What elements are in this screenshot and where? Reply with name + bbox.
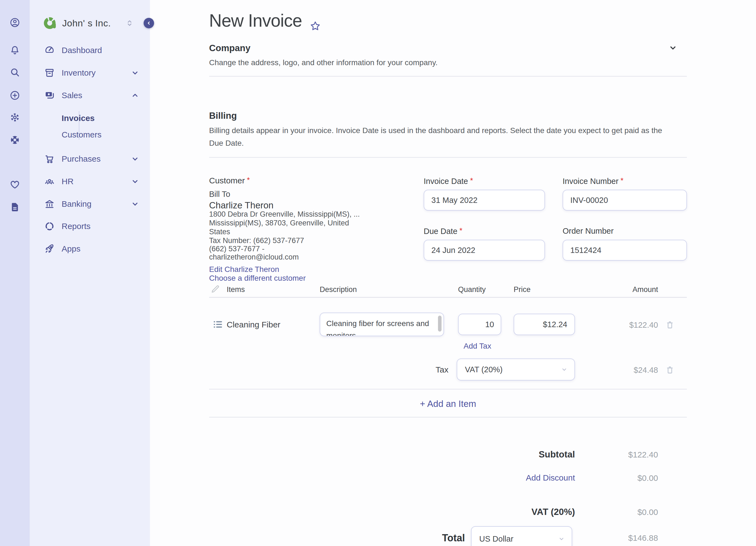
invoice-date-input[interactable] xyxy=(424,190,545,211)
edit-customer-link[interactable]: Edit Charlize Theron xyxy=(209,265,279,274)
sidebar-item-label: Dashboard xyxy=(62,46,102,55)
sidebar-item-label: Inventory xyxy=(62,68,95,78)
invoice-date-label: Invoice Date xyxy=(424,177,473,186)
add-tax-link[interactable]: Add Tax xyxy=(464,342,491,350)
sidebar-item-label: Apps xyxy=(62,244,80,254)
items-column-header: Items xyxy=(227,285,245,294)
bill-to-label: Bill To xyxy=(209,190,230,199)
divider xyxy=(209,389,687,389)
vat-label: VAT (20%) xyxy=(465,507,575,517)
sidebar-collapse-button[interactable] xyxy=(144,18,154,28)
vat-value: $0.00 xyxy=(603,507,658,517)
inventory-box-icon xyxy=(44,67,55,78)
company-section-chevron-icon[interactable] xyxy=(668,43,678,53)
customer-address-line: 1800 Debra Dr Greenville, Mississippi(MS… xyxy=(209,210,360,219)
item-amount: $122.40 xyxy=(603,320,658,330)
sidebar-subitem-customers[interactable]: Customers xyxy=(30,127,150,142)
sidebar-subitem-invoices[interactable]: Invoices xyxy=(30,111,150,126)
sidebar-item-label: Sales xyxy=(62,91,82,100)
page-title: New Invoice xyxy=(209,10,321,31)
due-date-input[interactable] xyxy=(424,240,545,261)
table-header-divider xyxy=(209,297,687,298)
add-new-plus-icon[interactable] xyxy=(8,89,21,102)
delete-item-trash-icon[interactable] xyxy=(665,319,675,330)
sidebar-item-apps[interactable]: Apps xyxy=(30,240,150,258)
support-lifering-icon[interactable] xyxy=(8,133,21,147)
item-price-input[interactable] xyxy=(514,314,575,335)
sidebar-item-label: Purchases xyxy=(62,154,101,164)
order-number-label: Order Number xyxy=(563,227,613,236)
company-logo-icon xyxy=(43,16,57,30)
switch-company-icon[interactable] xyxy=(125,19,134,28)
sidebar-item-purchases[interactable]: Purchases xyxy=(30,150,150,168)
sidebar-item-label: Banking xyxy=(62,199,91,209)
subtotal-label: Subtotal xyxy=(465,449,575,460)
sidebar-item-hr[interactable]: HR xyxy=(30,173,150,190)
apps-rocket-icon xyxy=(44,243,55,254)
company-name: John' s Inc. xyxy=(62,18,111,29)
sidebar-item-label: HR xyxy=(62,177,73,186)
add-item-button[interactable]: + Add an Item xyxy=(209,399,687,409)
tax-select[interactable]: VAT (20%) xyxy=(457,358,575,380)
billing-section-title: Billing xyxy=(209,111,237,121)
customer-label: Customer xyxy=(209,176,250,185)
chevron-down-icon xyxy=(130,154,140,164)
invoice-number-label: Invoice Number xyxy=(563,177,623,186)
search-icon[interactable] xyxy=(8,66,21,79)
company-section-title: Company xyxy=(209,43,250,53)
item-list-icon[interactable] xyxy=(213,319,223,330)
reports-piechart-icon xyxy=(44,221,55,232)
divider xyxy=(209,157,687,158)
order-number-input[interactable] xyxy=(563,240,687,261)
sidebar-item-dashboard[interactable]: Dashboard xyxy=(30,42,150,59)
profile-icon[interactable] xyxy=(8,16,21,29)
settings-gear-icon[interactable] xyxy=(8,111,21,124)
sidebar-item-inventory[interactable]: Inventory xyxy=(30,64,150,82)
main-content: New Invoice Company Change the address, … xyxy=(150,0,756,546)
banking-bank-icon xyxy=(44,199,55,210)
sidebar-item-sales[interactable]: Sales xyxy=(30,87,150,104)
chevron-down-icon xyxy=(557,535,566,543)
choose-customer-link[interactable]: Choose a different customer xyxy=(209,274,306,282)
total-label: Total xyxy=(355,532,465,544)
hr-people-icon xyxy=(44,176,55,187)
documents-file-icon[interactable] xyxy=(8,201,21,214)
sidebar-item-reports[interactable]: Reports xyxy=(30,218,150,235)
favorite-star-icon[interactable] xyxy=(309,16,321,28)
item-description-textarea[interactable]: Cleaning fiber for screens and monitors xyxy=(320,312,444,336)
item-quantity-input[interactable] xyxy=(458,314,501,335)
dashboard-gauge-icon xyxy=(44,45,55,56)
sidebar-subitem-label: Customers xyxy=(62,130,102,139)
invoice-number-input[interactable] xyxy=(563,190,687,211)
chevron-down-icon xyxy=(130,68,140,78)
tax-label: Tax xyxy=(393,365,448,374)
sidebar-item-banking[interactable]: Banking xyxy=(30,195,150,213)
chevron-up-icon xyxy=(130,91,140,100)
subtotal-value: $122.40 xyxy=(603,450,658,459)
notifications-bell-icon[interactable] xyxy=(8,44,21,57)
customer-name: Charlize Theron xyxy=(209,200,273,211)
add-discount-link[interactable]: Add Discount xyxy=(465,473,575,482)
billing-section-description: Billing details appear in your invoice. … xyxy=(209,124,671,150)
chevron-down-icon xyxy=(130,199,140,209)
sidebar-subitem-label: Invoices xyxy=(62,114,95,123)
quantity-column-header: Quantity xyxy=(458,285,486,294)
discount-value: $0.00 xyxy=(603,473,658,483)
delete-tax-trash-icon[interactable] xyxy=(665,364,675,375)
item-name[interactable]: Cleaning Fiber xyxy=(227,320,280,329)
divider xyxy=(209,417,687,418)
customer-address-line: Mississippi(MS), 38703, Greenville, Unit… xyxy=(209,219,349,228)
company-section-subtitle: Change the address, logo, and other info… xyxy=(209,58,438,67)
due-date-label: Due Date xyxy=(424,227,462,236)
price-column-header: Price xyxy=(514,285,531,294)
tax-amount: $24.48 xyxy=(603,366,658,375)
textarea-scrollbar[interactable] xyxy=(438,315,442,331)
favorites-heart-icon[interactable] xyxy=(8,178,21,191)
chevron-down-icon xyxy=(130,177,140,186)
workspace-switcher[interactable]: John' s Inc. xyxy=(30,13,150,33)
divider xyxy=(209,76,687,77)
total-value: $146.88 xyxy=(603,533,658,543)
currency-select[interactable]: US Dollar xyxy=(471,526,572,546)
chevron-down-icon xyxy=(560,365,568,374)
customer-phone: (662) 537-7677 - xyxy=(209,245,264,253)
